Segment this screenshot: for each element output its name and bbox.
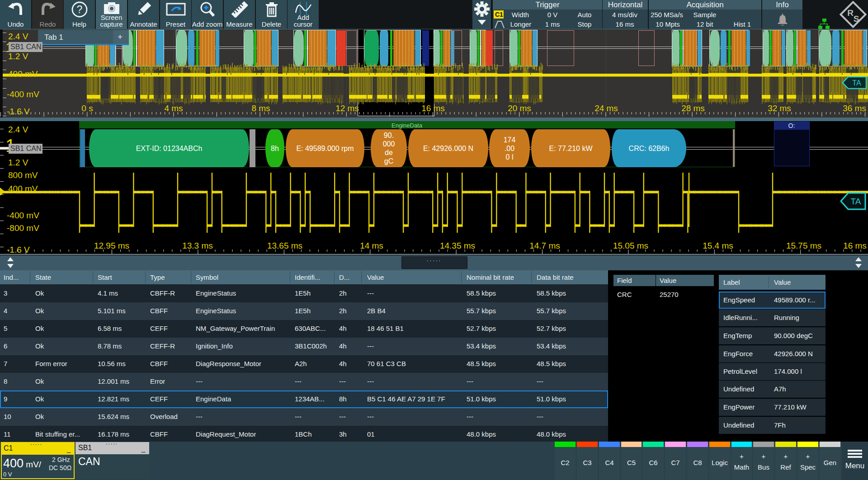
svg-text:TA: TA (852, 79, 861, 87)
svg-text:TA: TA (851, 197, 861, 206)
svg-text:R: R (847, 8, 854, 18)
svg-text:?: ? (76, 4, 82, 15)
svg-text:S: S (854, 14, 859, 24)
